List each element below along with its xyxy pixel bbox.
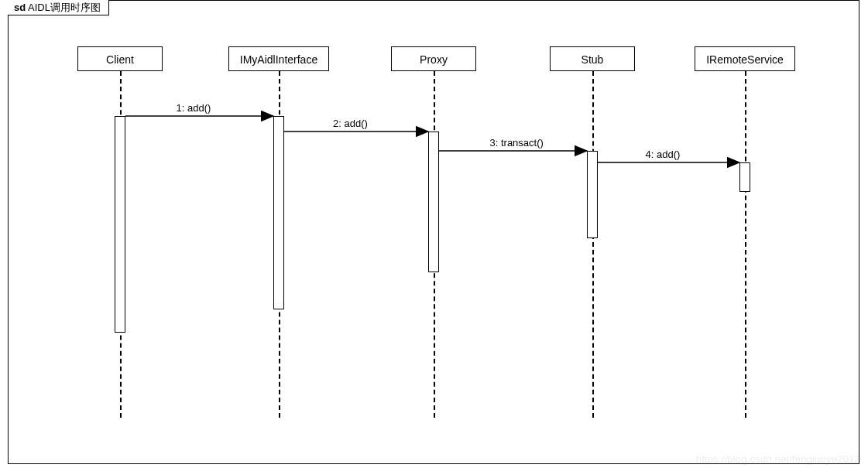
participant-label: IRemoteService [706, 53, 784, 66]
participant-label: Stub [582, 53, 604, 66]
message-label: 1: add() [177, 102, 211, 114]
diagram-canvas: sd AIDL调用时序图 Client IMyAidlInterface Pro… [0, 0, 868, 468]
participant-label: Client [106, 53, 134, 66]
participant-label: Proxy [420, 53, 448, 66]
activation-bar [587, 151, 598, 238]
lifeline [745, 71, 746, 418]
participant-label: IMyAidlInterface [240, 53, 317, 66]
message-label: 2: add() [333, 118, 368, 129]
activation-bar [273, 116, 284, 309]
frame-title: sd AIDL调用时序图 [8, 0, 109, 15]
participant-iremoteservice: IRemoteService [695, 46, 795, 71]
activation-bar [739, 162, 750, 192]
frame-prefix: sd [14, 2, 26, 13]
message-label: 4: add() [646, 149, 681, 160]
activation-bar [428, 132, 439, 272]
watermark: https://blog.csdn.net/fengluoye2012 [696, 453, 860, 465]
message-label: 3: transact() [490, 137, 544, 149]
lifeline [592, 71, 594, 418]
participant-imyaidlinterface: IMyAidlInterface [228, 46, 329, 71]
frame-title-text: AIDL调用时序图 [28, 2, 101, 13]
activation-bar [115, 116, 125, 333]
participant-proxy: Proxy [391, 46, 476, 71]
participant-client: Client [77, 46, 163, 71]
participant-stub: Stub [550, 46, 635, 71]
